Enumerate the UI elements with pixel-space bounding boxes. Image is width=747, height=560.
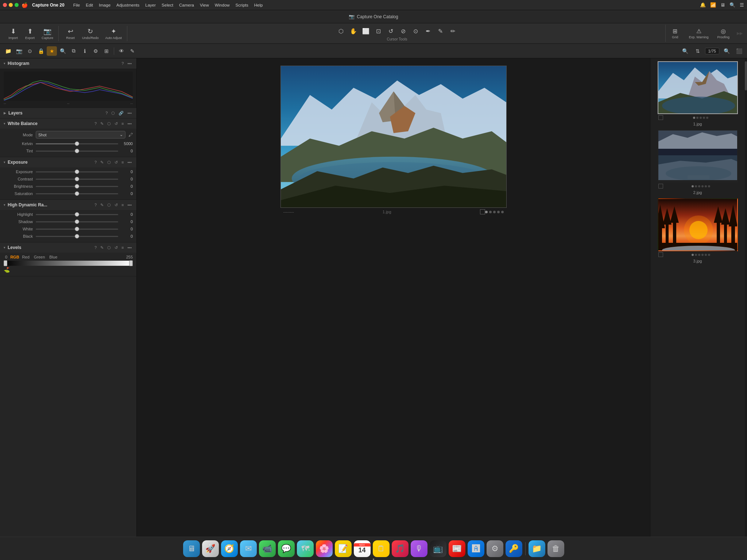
exposure-help[interactable]: ? <box>93 160 98 165</box>
dock-calendar[interactable]: NOV 14 <box>354 540 371 557</box>
dock-mail[interactable]: ✉ <box>240 540 257 557</box>
histogram-more[interactable]: ••• <box>126 61 133 66</box>
histogram-header[interactable]: ▾ Histogram ? ••• <box>0 58 136 69</box>
lock-button[interactable]: 🔒 <box>36 46 46 56</box>
import-button[interactable]: ⬇ Import <box>5 26 21 41</box>
menu-select[interactable]: Select <box>159 2 176 8</box>
filmstrip-dot-1-2[interactable] <box>696 117 698 119</box>
dock-1password[interactable]: 🔑 <box>506 540 522 557</box>
fullscreen-button[interactable]: ⬛ <box>734 46 744 56</box>
menu-window[interactable]: Window <box>212 2 233 8</box>
black-thumb[interactable] <box>75 234 79 238</box>
saturation-thumb[interactable] <box>75 191 79 196</box>
eyedropper-icon[interactable]: 🖍 <box>128 132 133 137</box>
erase-cursor-button[interactable]: ✏ <box>447 26 458 36</box>
levels-more[interactable]: ••• <box>126 245 133 250</box>
dock-news[interactable]: 📰 <box>449 540 465 557</box>
white-thumb[interactable] <box>75 227 79 231</box>
settings-button[interactable]: ⚙ <box>90 46 101 56</box>
filmstrip-checkbox-3[interactable] <box>658 252 663 257</box>
folder-button[interactable]: 📁 <box>3 46 13 56</box>
eye-button[interactable]: 👁 <box>116 46 127 56</box>
exposure-reset[interactable]: ↺ <box>113 160 119 165</box>
filmstrip-dot-2-4[interactable] <box>701 185 704 187</box>
hdr-reset[interactable]: ↺ <box>113 202 119 208</box>
capture-button[interactable]: 📷 Capture <box>39 26 56 41</box>
search2-button[interactable]: 🔍 <box>721 46 732 56</box>
search-menubar-icon[interactable]: 🔍 <box>729 2 735 8</box>
heal-cursor-button[interactable]: ✎ <box>434 26 446 36</box>
wb-link[interactable]: ⬡ <box>106 121 112 127</box>
dock-safari[interactable]: 🧭 <box>221 540 238 557</box>
lens-cursor-button[interactable]: ⊘ <box>397 26 409 36</box>
proofing-button[interactable]: ◎ Proofing <box>714 26 732 40</box>
search-button[interactable]: 🔍 <box>58 46 68 56</box>
saturation-slider[interactable] <box>36 193 118 194</box>
dock-finder[interactable]: 🖥 <box>183 540 200 557</box>
filmstrip-dot-3-2[interactable] <box>695 254 697 256</box>
dock-music[interactable]: 🎵 <box>392 540 409 557</box>
levels-blue-channel[interactable]: Blue <box>48 255 59 259</box>
brightness-slider[interactable] <box>36 186 118 187</box>
wb-help[interactable]: ? <box>93 121 98 126</box>
minimize-button[interactable] <box>9 3 13 7</box>
pan-cursor-button[interactable]: ✋ <box>348 26 359 36</box>
menu-view[interactable]: View <box>197 2 212 8</box>
filmstrip-checkbox-2[interactable] <box>658 184 663 188</box>
filmstrip-item-1[interactable]: 1.jpg <box>658 61 738 127</box>
exposure-edit[interactable]: ✎ <box>99 160 105 165</box>
camera2-button[interactable]: 📷 <box>14 46 24 56</box>
histogram-help[interactable]: ? <box>120 61 125 66</box>
dock-tv[interactable]: 📺 <box>430 540 446 557</box>
hdr-help[interactable]: ? <box>93 202 98 207</box>
pencil-button[interactable]: ✎ <box>127 46 138 56</box>
crop-cursor-button[interactable]: ⬜ <box>360 26 372 36</box>
dock-appstore[interactable]: 🅰 <box>468 540 484 557</box>
menu-edit[interactable]: Edit <box>83 2 96 8</box>
photo-dot-5[interactable] <box>501 211 504 213</box>
sort-button[interactable]: ⇅ <box>693 46 703 56</box>
filmstrip-item-2[interactable]: 2.jpg <box>658 130 738 195</box>
wb-edit[interactable]: ✎ <box>99 121 105 127</box>
white-balance-header[interactable]: ▾ White Balance ? ✎ ⬡ ↺ ≡ ••• <box>0 118 136 129</box>
menu-help[interactable]: Help <box>251 2 266 8</box>
layers-expand[interactable]: ⬡ <box>110 110 116 116</box>
dock-podcasts[interactable]: 🎙 <box>411 540 427 557</box>
white-slider[interactable] <box>36 229 118 230</box>
contrast-thumb[interactable] <box>75 177 79 181</box>
hdr-link[interactable]: ⬡ <box>106 202 112 208</box>
contrast-slider[interactable] <box>36 179 118 180</box>
filmstrip-dot-2-3[interactable] <box>698 185 700 187</box>
levels-edit[interactable]: ✎ <box>99 245 105 250</box>
layers2-button[interactable]: ⧉ <box>69 46 79 56</box>
filmstrip-dot-1-4[interactable] <box>703 117 705 119</box>
exposure-link[interactable]: ⬡ <box>106 160 112 165</box>
dock-launchpad[interactable]: 🚀 <box>202 540 219 557</box>
filmstrip-dot-2-5[interactable] <box>705 185 707 187</box>
levels-black-handle[interactable] <box>4 260 7 266</box>
right-scrollbar[interactable] <box>745 58 747 537</box>
levels-rgb-channel[interactable]: RGB <box>10 255 19 259</box>
reset-button[interactable]: ↩ Reset <box>62 26 78 41</box>
circle-button[interactable]: ⊙ <box>25 46 35 56</box>
levels-reset[interactable]: ↺ <box>113 245 119 250</box>
levels-link[interactable]: ⬡ <box>106 245 112 250</box>
dock-sysprefs[interactable]: ⚙ <box>487 540 503 557</box>
hdr-edit[interactable]: ✎ <box>99 202 105 208</box>
exposure-slider[interactable] <box>36 171 118 172</box>
layers-more[interactable]: ••• <box>126 110 133 116</box>
wb-list[interactable]: ≡ <box>120 121 125 126</box>
brightness-thumb[interactable] <box>75 184 79 188</box>
exposure-more[interactable]: ••• <box>126 160 133 165</box>
dock-maps[interactable]: 🗺 <box>297 540 314 557</box>
apple-menu-icon[interactable]: 🍎 <box>22 2 28 8</box>
photo-dot-1[interactable] <box>485 211 488 213</box>
hdr-header[interactable]: ▾ High Dynamic Ra... ? ✎ ⬡ ↺ ≡ ••• <box>0 200 136 210</box>
scrollbar-thumb[interactable] <box>745 61 747 90</box>
control-center-icon[interactable]: ☰ <box>740 2 744 8</box>
layers-link[interactable]: 🔗 <box>117 110 125 116</box>
hdr-more[interactable]: ••• <box>126 202 133 207</box>
display-icon[interactable]: 🖥 <box>720 2 725 8</box>
filmstrip-dot-1-1[interactable] <box>693 117 695 119</box>
menu-scripts[interactable]: Scripts <box>233 2 251 8</box>
